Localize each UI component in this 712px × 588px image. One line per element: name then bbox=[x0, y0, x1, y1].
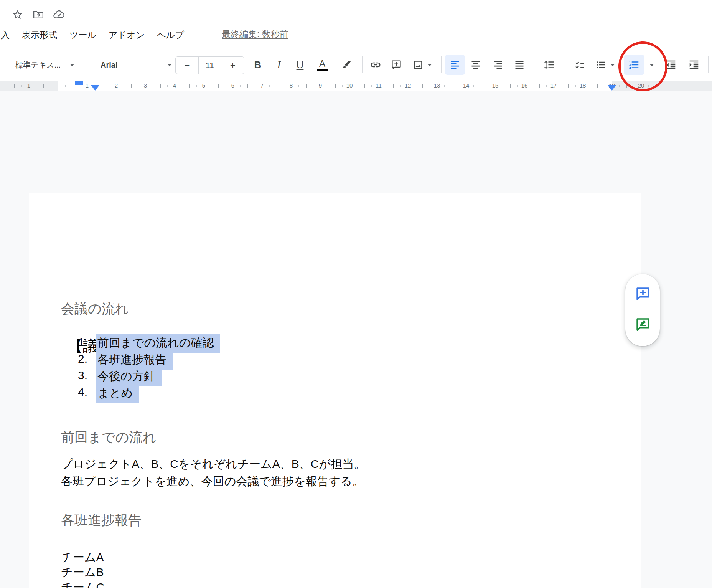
add-comment-button[interactable] bbox=[387, 56, 406, 74]
chevron-down-icon bbox=[70, 64, 74, 66]
ruler-tick bbox=[568, 84, 569, 88]
italic-button[interactable]: I bbox=[270, 56, 287, 74]
highlight-color-button[interactable] bbox=[337, 56, 356, 74]
ruler-tick bbox=[386, 85, 386, 87]
menu-item-アドオン[interactable]: アドオン bbox=[109, 29, 145, 41]
comment-plus-icon bbox=[391, 59, 402, 70]
agenda-item-text-selected[interactable]: 各班進捗報告 bbox=[96, 351, 173, 370]
chevron-down-icon bbox=[167, 64, 172, 66]
ruler-tick bbox=[481, 84, 481, 88]
ruler-tick bbox=[473, 85, 474, 87]
checklist-button[interactable] bbox=[570, 56, 590, 74]
ruler-tick bbox=[335, 84, 336, 88]
bulleted-list-button[interactable] bbox=[592, 56, 619, 74]
paragraph-style-dropdown[interactable]: 標準テキス... bbox=[12, 56, 91, 74]
bold-button[interactable]: B bbox=[249, 56, 266, 74]
increase-font-size-button[interactable]: + bbox=[221, 57, 244, 74]
ruler-tick bbox=[277, 84, 277, 88]
bulleted-list-icon bbox=[596, 59, 607, 70]
align-center-button[interactable] bbox=[466, 56, 485, 74]
first-line-indent-marker[interactable] bbox=[75, 81, 83, 85]
link-icon bbox=[370, 59, 381, 71]
divider bbox=[441, 56, 442, 73]
team-line[interactable]: チームA bbox=[61, 550, 104, 565]
move-to-folder-icon[interactable] bbox=[32, 8, 44, 21]
highlighter-icon bbox=[341, 59, 352, 70]
font-size-value[interactable]: 11 bbox=[198, 57, 222, 74]
text-color-button[interactable]: A bbox=[313, 56, 331, 74]
ruler-tick bbox=[503, 85, 503, 87]
ruler-tick bbox=[14, 84, 15, 88]
ruler-tick bbox=[306, 84, 307, 88]
menu-item-表示形式[interactable]: 表示形式 bbox=[22, 29, 57, 41]
ruler-tick bbox=[51, 85, 51, 87]
ruler-tick bbox=[247, 84, 248, 88]
divider bbox=[362, 56, 363, 73]
menu-item-ツール[interactable]: ツール bbox=[69, 29, 96, 41]
progress-heading[interactable]: 各班進捗報告 bbox=[61, 511, 142, 529]
menu-item-入[interactable]: 入 bbox=[1, 29, 10, 41]
ruler-tick bbox=[269, 85, 270, 87]
team-line[interactable]: チームB bbox=[61, 565, 104, 580]
history-heading[interactable]: 前回までの流れ bbox=[61, 428, 156, 446]
history-line[interactable]: プロジェクトA、B、CをそれぞれチームA、B、Cが担当。 bbox=[61, 455, 365, 472]
cloud-saved-icon[interactable] bbox=[53, 8, 65, 21]
underline-button[interactable]: U bbox=[292, 56, 308, 74]
history-line[interactable]: 各班プロジェクトを進め、今回の会議で進捗を報告する。 bbox=[61, 472, 365, 490]
ruler-number: 10 bbox=[346, 82, 353, 89]
font-size-group: − 11 + bbox=[175, 56, 244, 74]
line-spacing-button[interactable] bbox=[539, 56, 559, 74]
align-right-button[interactable] bbox=[489, 56, 507, 74]
increase-indent-button[interactable] bbox=[684, 56, 704, 74]
ruler-tick bbox=[255, 85, 255, 87]
ruler-number: 13 bbox=[434, 82, 440, 89]
agenda-item-text-selected[interactable]: 前回までの流れの確認 bbox=[96, 334, 220, 353]
comment-plus-icon bbox=[635, 286, 651, 302]
ruler-number: 8 bbox=[290, 82, 293, 89]
font-name-value: Arial bbox=[101, 61, 117, 69]
insert-image-button[interactable] bbox=[407, 56, 437, 74]
ruler-tick bbox=[138, 85, 138, 87]
ruler-tick bbox=[153, 85, 153, 87]
ruler-tick bbox=[298, 85, 299, 87]
star-icon[interactable] bbox=[12, 8, 24, 21]
divider bbox=[534, 56, 534, 73]
ruler-tick bbox=[539, 84, 540, 88]
underline-label: U bbox=[297, 59, 304, 71]
ruler-tick bbox=[510, 84, 511, 88]
last-edit-link[interactable]: 最終編集: 数秒前 bbox=[222, 28, 288, 40]
chevron-down-icon bbox=[610, 64, 615, 66]
ruler-tick bbox=[240, 85, 241, 87]
right-indent-marker[interactable] bbox=[608, 85, 616, 91]
suggest-edit-floating-button[interactable] bbox=[634, 315, 652, 333]
ruler-tick bbox=[532, 85, 532, 87]
agenda-item-text-selected[interactable]: 今後の方針 bbox=[96, 367, 162, 386]
ruler-tick bbox=[313, 85, 313, 87]
history-paragraph[interactable]: プロジェクトA、B、CをそれぞれチームA、B、Cが担当。各班プロジェクトを進め、… bbox=[61, 455, 365, 490]
document-page[interactable]: 【議事録】 会議の流れ 1.前回までの流れの確認2.各班進捗報告3.今後の方針4… bbox=[29, 193, 641, 588]
team-list[interactable]: チームAチームBチームC bbox=[61, 550, 104, 588]
font-dropdown[interactable]: Arial bbox=[97, 56, 173, 74]
ruler-tick bbox=[415, 85, 415, 87]
ruler-number: 4 bbox=[173, 82, 176, 89]
decrease-font-size-button[interactable]: − bbox=[176, 57, 198, 74]
align-justify-button[interactable] bbox=[510, 56, 529, 74]
divider bbox=[564, 56, 564, 73]
agenda-item-text-selected[interactable]: まとめ bbox=[96, 384, 139, 403]
agenda-heading[interactable]: 会議の流れ bbox=[61, 300, 129, 318]
align-left-button[interactable] bbox=[446, 56, 464, 74]
insert-link-button[interactable] bbox=[366, 56, 385, 74]
ruler-tick bbox=[80, 85, 80, 87]
ruler-tick bbox=[444, 85, 445, 87]
team-line[interactable]: チームC bbox=[61, 580, 104, 588]
ruler-tick bbox=[21, 85, 22, 87]
left-indent-marker[interactable] bbox=[91, 85, 99, 91]
floating-action-pill bbox=[625, 274, 660, 346]
italic-label: I bbox=[277, 59, 281, 71]
ruler[interactable]: 11234567891011121314151617181920 bbox=[0, 81, 712, 91]
add-comment-floating-button[interactable] bbox=[634, 285, 652, 302]
ruler-tick bbox=[452, 84, 452, 88]
menu-item-ヘルプ[interactable]: ヘルプ bbox=[157, 29, 184, 41]
ruler-number: 1 bbox=[86, 82, 89, 89]
ruler-number: 5 bbox=[202, 82, 205, 89]
